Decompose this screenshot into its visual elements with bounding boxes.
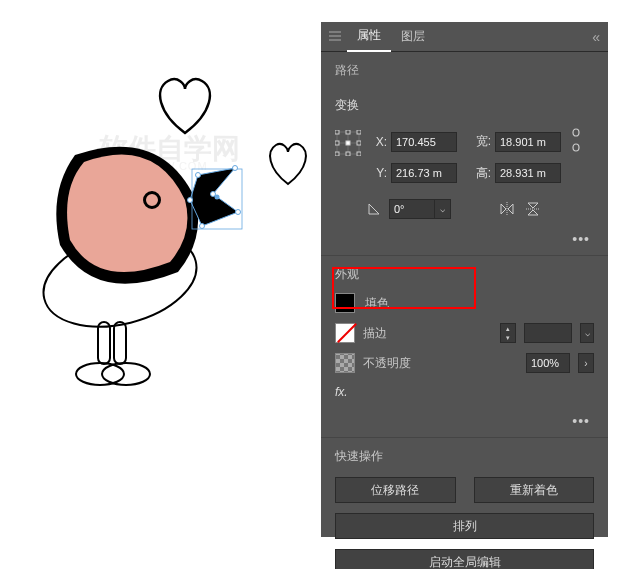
panel-collapse-icon[interactable]: « — [592, 29, 600, 45]
svg-rect-26 — [335, 152, 339, 156]
svg-rect-24 — [346, 141, 350, 145]
svg-rect-10 — [98, 322, 110, 364]
svg-point-9 — [215, 195, 220, 200]
appearance-title: 外观 — [335, 266, 594, 283]
opacity-swatch[interactable] — [335, 353, 355, 373]
width-input[interactable] — [495, 132, 561, 152]
canvas-area[interactable]: 软件自学网 WWW.RJZXW.COM — [0, 0, 320, 569]
panel-menu-icon[interactable] — [329, 30, 341, 44]
svg-point-8 — [188, 198, 193, 203]
global-edit-button[interactable]: 启动全局编辑 — [335, 549, 594, 569]
flip-horizontal-button[interactable] — [497, 200, 517, 218]
h-label: 高: — [473, 165, 491, 182]
offset-path-button[interactable]: 位移路径 — [335, 477, 456, 503]
angle-icon — [367, 200, 383, 219]
properties-panel: 属性 图层 « 路径 变换 — [321, 22, 608, 537]
stroke-weight-stepper[interactable]: ▴▾ — [500, 323, 516, 343]
flip-vertical-button[interactable] — [523, 200, 543, 218]
panel-header: 属性 图层 « — [321, 22, 608, 52]
svg-point-4 — [233, 166, 238, 171]
fill-label: 填色 — [365, 295, 389, 312]
reference-point-grid[interactable] — [335, 130, 361, 156]
svg-rect-23 — [335, 141, 339, 145]
svg-point-12 — [76, 363, 124, 385]
stroke-weight-input[interactable] — [524, 323, 572, 343]
svg-rect-20 — [335, 130, 339, 134]
svg-rect-21 — [346, 130, 350, 134]
svg-point-7 — [200, 224, 205, 229]
stroke-swatch[interactable] — [335, 323, 355, 343]
angle-dropdown[interactable]: ⌵ — [435, 199, 451, 219]
y-input[interactable] — [391, 163, 457, 183]
tab-layers[interactable]: 图层 — [391, 22, 435, 51]
x-input[interactable] — [391, 132, 457, 152]
angle-row: ⌵ — [321, 199, 608, 227]
more-options-icon[interactable]: ••• — [321, 227, 608, 255]
link-dimensions-icon[interactable] — [569, 126, 583, 157]
svg-point-6 — [236, 210, 241, 215]
svg-rect-11 — [114, 322, 126, 364]
angle-input[interactable] — [389, 199, 435, 219]
svg-rect-27 — [346, 152, 350, 156]
y-label: Y: — [369, 166, 387, 180]
transform-section: X: 宽: Y: 高: — [321, 122, 608, 199]
transform-title: 变换 — [321, 89, 608, 122]
stroke-label: 描边 — [363, 325, 387, 342]
heart-shape-2[interactable] — [263, 140, 313, 190]
height-input[interactable] — [495, 163, 561, 183]
recolor-button[interactable]: 重新着色 — [474, 477, 595, 503]
svg-rect-25 — [357, 141, 361, 145]
x-label: X: — [369, 135, 387, 149]
opacity-input[interactable]: 100% — [526, 353, 570, 373]
quick-actions-section: 快速操作 位移路径 重新着色 排列 启动全局编辑 — [321, 438, 608, 569]
svg-rect-28 — [357, 152, 361, 156]
bird-illustration[interactable] — [30, 130, 260, 420]
quick-title: 快速操作 — [335, 448, 594, 465]
fx-label[interactable]: fx. — [335, 383, 594, 403]
tab-properties[interactable]: 属性 — [347, 21, 391, 52]
w-label: 宽: — [473, 133, 491, 150]
opacity-label: 不透明度 — [363, 355, 411, 372]
appearance-more-icon[interactable]: ••• — [321, 409, 608, 437]
svg-rect-22 — [357, 130, 361, 134]
stroke-weight-dropdown[interactable]: ⌵ — [580, 323, 594, 343]
arrange-button[interactable]: 排列 — [335, 513, 594, 539]
appearance-section: 外观 填色 描边 ▴▾ ⌵ 不透明度 100% › fx. — [321, 256, 608, 409]
svg-point-3 — [196, 173, 201, 178]
svg-point-5 — [211, 192, 216, 197]
fill-swatch[interactable] — [335, 293, 355, 313]
svg-point-13 — [102, 363, 150, 385]
opacity-expand-button[interactable]: › — [578, 353, 594, 373]
path-label: 路径 — [321, 52, 608, 89]
